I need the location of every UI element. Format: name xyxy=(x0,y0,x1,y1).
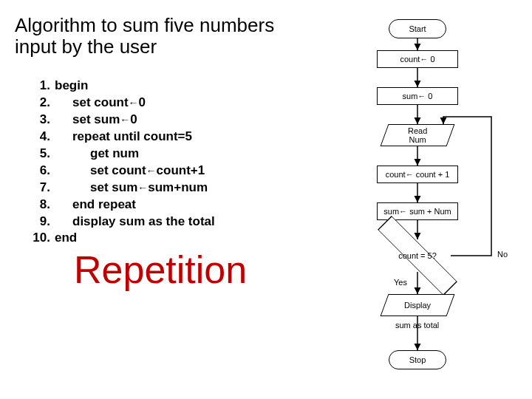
pseudocode-line: 1.begin xyxy=(30,78,215,95)
pseudocode-line: 8.end repeat xyxy=(30,197,215,214)
pseudocode-line: 6.set count←count+1 xyxy=(30,163,215,180)
flow-read-num: Read Num xyxy=(381,124,455,146)
pseudocode-line: 3.set sum←0 xyxy=(30,112,215,129)
flow-init-count: count← 0 xyxy=(377,50,458,68)
page-title: Algorithm to sum five numbers input by t… xyxy=(15,15,281,57)
pseudocode-line: 9.display sum as the total xyxy=(30,214,215,231)
flowchart-arrows xyxy=(329,13,521,390)
flow-init-sum: sum← 0 xyxy=(377,87,458,105)
flowchart: Start count← 0 sum← 0 Read Num count← co… xyxy=(329,13,521,390)
edge-yes-label: Yes xyxy=(394,278,407,287)
flow-start: Start xyxy=(389,19,446,38)
pseudocode-line: 10.end xyxy=(30,230,215,247)
concept-label: Repetition xyxy=(74,248,247,292)
edge-no-label: No xyxy=(497,250,508,259)
pseudocode-line: 5.get num xyxy=(30,146,215,163)
pseudocode-list: 1.begin2.set count←03.set sum←04.repeat … xyxy=(30,78,215,247)
flow-stop: Stop xyxy=(389,350,446,369)
pseudocode-line: 7.set sum←sum+num xyxy=(30,180,215,197)
flow-increment: count← count + 1 xyxy=(377,166,458,183)
pseudocode-line: 2.set count←0 xyxy=(30,95,215,112)
flow-decision: count = 5? xyxy=(384,239,451,272)
flow-display-caption: sum as total xyxy=(395,321,439,330)
flow-display: Display xyxy=(381,294,455,316)
pseudocode-line: 4.repeat until count=5 xyxy=(30,129,215,146)
